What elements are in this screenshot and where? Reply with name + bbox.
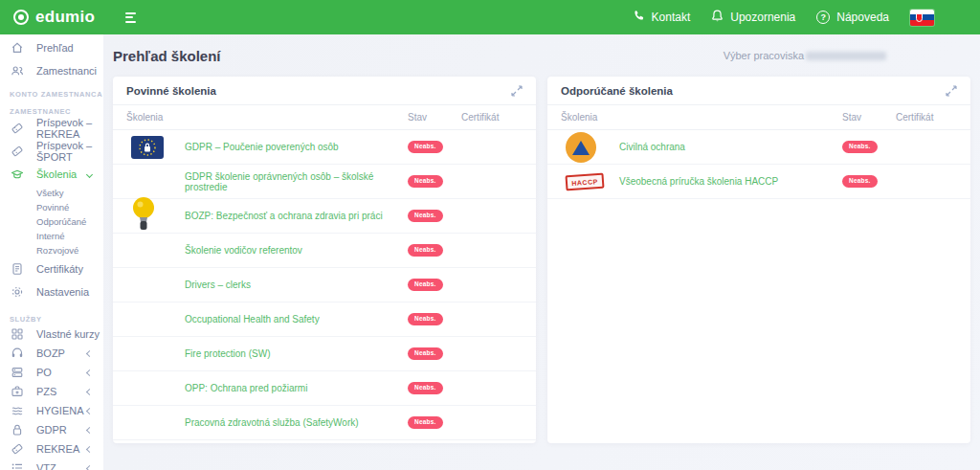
sidebar-item-vtz[interactable]: VTZ [0,459,103,470]
table-row: OPP: Ochrana pred požiarmi Neabs. [113,371,536,406]
status-badge: Neabs. [408,416,443,429]
table-row: Drivers – clerks Neabs. [113,268,536,302]
sidebar-item-prispevok-rekrea[interactable]: Príspevok – REKREA [0,117,103,140]
lock-icon [11,423,24,436]
chevron-left-icon [86,349,93,356]
training-link[interactable]: Civilná ochrana [619,142,842,152]
chevron-left-icon [86,407,93,414]
hamburger-menu-icon[interactable] [122,9,140,27]
slovak-flag-icon[interactable] [910,10,934,26]
table-column-headers: Školenia Stav Certifikát [547,105,970,130]
headset-icon [11,347,24,360]
haccp-stamp-icon: HACCP [565,172,604,190]
status-badge: Neabs. [408,175,443,188]
sidebar-item-gdpr[interactable]: GDPR [0,420,103,439]
users-icon [11,64,24,78]
status-badge: Neabs. [408,279,443,291]
status-badge: Neabs. [408,210,443,222]
sidebar-item-bozp[interactable]: BOZP [0,344,103,363]
expand-icon[interactable] [511,85,523,97]
status-badge: Neabs. [408,141,443,153]
training-link[interactable]: GDPR školenie oprávnených osôb – školské… [185,171,408,192]
panel-title: Odporúčané školenia [561,85,673,97]
sidebar-item-nastavenia[interactable]: Nastavenia [0,280,103,303]
sidebar-subitem-povinne[interactable]: Povinné [0,200,103,214]
chevron-left-icon [86,445,93,452]
status-badge: Neabs. [408,382,443,394]
workplace-selected-value-blurred [806,52,886,60]
home-icon [11,41,24,55]
column-header-certificate: Certifikát [461,112,536,123]
table-row: Pracovná zdravotná služba (SafetyWork) N… [113,406,536,440]
voucher-icon [11,145,24,158]
column-header-status: Stav [842,112,896,123]
contact-label: Kontakt [652,11,691,24]
column-header-name: Školenia [113,112,408,123]
sidebar-section-sluzby: SLUŽBY [0,313,103,325]
table-row: GDPR – Poučenie poverených osôb Neabs. [113,130,536,165]
app-logo[interactable]: edumio [13,8,95,27]
sidebar-item-zamestnanci[interactable]: Zamestnanci [0,59,103,82]
question-icon: ? [816,11,830,24]
training-link[interactable]: Occupational Health and Safety [185,314,408,325]
workplace-selector-label: Výber pracoviska [724,50,804,61]
expand-icon[interactable] [946,85,957,97]
column-header-certificate: Certifikát [896,112,970,123]
notifications-link[interactable]: Upozornenia [711,10,795,26]
help-label: Nápoveda [836,11,889,24]
chevron-left-icon [86,426,93,433]
status-badge: Neabs. [408,347,443,360]
grid-icon [11,327,24,341]
waves-icon [11,404,24,417]
status-badge: Neabs. [408,313,443,325]
page-title: Prehľad školení [113,48,221,64]
topbar-actions: Kontakt Upozornenia ? Nápoveda [633,10,934,26]
training-link[interactable]: Fire protection (SW) [185,348,408,359]
help-link[interactable]: ? Nápoveda [816,11,889,24]
app-logo-text: edumio [35,8,95,27]
chevron-down-icon [86,170,93,177]
training-link[interactable]: OPP: Ochrana pred požiarmi [185,383,408,393]
sidebar-item-pzs[interactable]: PZS [0,382,103,401]
phone-icon [633,10,645,25]
sidebar-subitem-vsetky[interactable]: Všetky [0,186,103,200]
voucher-icon [11,442,24,456]
civil-protection-icon [566,132,596,163]
training-link[interactable]: Všeobecná príručka školenia HACCP [619,176,842,187]
sidebar-item-rekrea[interactable]: REKREA [0,439,103,459]
top-header-bar: edumio Kontakt Upozornenia ? Nápoveda [0,0,980,34]
sidebar-subitem-interne[interactable]: Interné [0,229,103,243]
briefcase-plus-icon [11,385,24,398]
sidebar-navigation: Prehľad Zamestnanci KONTO ZAMESTNANCA ZA… [0,34,103,470]
table-row: BOZP: Bezpečnosť a ochrana zdravia pri p… [113,199,536,234]
sidebar-item-certifikaty[interactable]: Certifikáty [0,257,103,280]
gear-icon [11,285,24,299]
training-link[interactable]: Školenie vodičov referentov [185,245,408,256]
training-link[interactable]: Pracovná zdravotná služba (SafetyWork) [185,417,408,428]
panel-title: Povinné školenia [126,85,216,97]
column-header-status: Stav [408,112,461,123]
sidebar-item-hygiena[interactable]: HYGIENA [0,401,103,420]
sidebar-subitem-rozvojove[interactable]: Rozvojové [0,243,103,257]
column-header-name: Školenia [547,112,842,123]
table-row: Fire protection (SW) Neabs. [113,337,536,371]
table-row: Civilná ochrana Neabs. [547,130,970,165]
training-link[interactable]: GDPR – Poučenie poverených osôb [185,142,408,152]
edumio-logo-icon [13,10,29,25]
training-link[interactable]: BOZP: Bezpečnosť a ochrana zdravia pri p… [185,211,408,221]
table-row: Školenie vodičov referentov Neabs. [113,234,536,268]
sidebar-item-po[interactable]: PO [0,363,103,382]
sidebar-item-vlastne-kurzy[interactable]: Vlastné kurzy [0,325,103,344]
main-content: Prehľad školení Výber pracoviska Povinné… [103,34,980,470]
status-badge: Neabs. [408,244,443,257]
sidebar-item-prehlad[interactable]: Prehľad [0,36,103,59]
sidebar-subitem-odporucane[interactable]: Odporúčané [0,214,103,229]
training-link[interactable]: Drivers – clerks [185,280,408,290]
bell-icon [711,10,724,26]
workplace-selector[interactable]: Výber pracoviska [724,50,886,61]
sidebar-item-prispevok-sport[interactable]: Príspevok – ŠPORT [0,140,103,163]
sidebar-item-skolenia[interactable]: Školenia [0,163,103,186]
status-badge: Neabs. [842,175,878,188]
contact-link[interactable]: Kontakt [633,10,691,25]
graduation-cap-icon [11,168,24,181]
